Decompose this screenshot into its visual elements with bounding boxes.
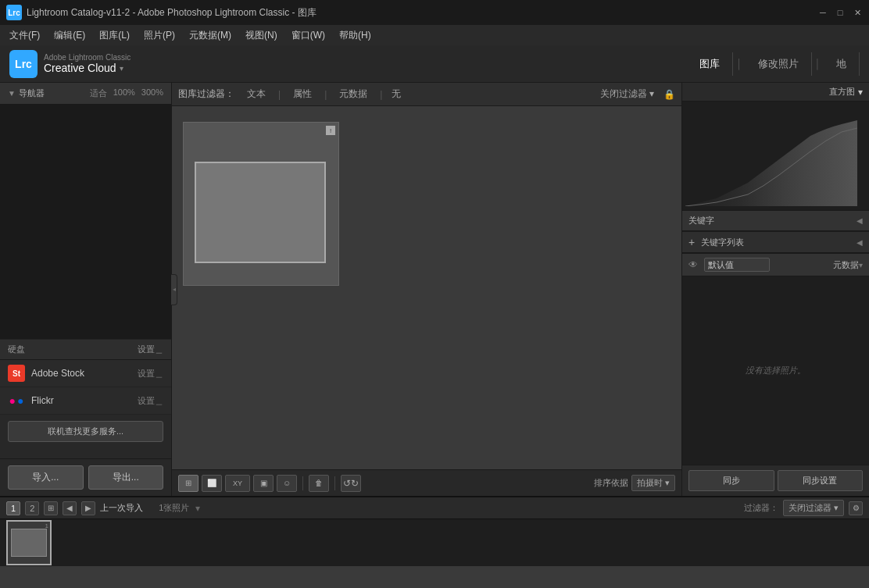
- keyword-add-button[interactable]: +: [688, 236, 695, 248]
- photo-grid[interactable]: !: [172, 106, 681, 469]
- navigator-title: 导航器: [19, 87, 45, 99]
- filmstrip-filter-close-button[interactable]: 关闭过滤器 ▾: [783, 500, 844, 516]
- close-button[interactable]: ✕: [852, 7, 863, 18]
- import-button[interactable]: 导入...: [8, 465, 84, 490]
- filmstrip-source-1[interactable]: 1: [6, 501, 20, 515]
- flickr-settings[interactable]: 设置＿: [138, 395, 163, 407]
- metadata-header: 👁 默认值 元数据 ▾: [682, 254, 869, 276]
- filter-meta[interactable]: 元数据: [336, 86, 370, 102]
- zoom-300[interactable]: 300%: [141, 87, 163, 99]
- metadata-bottom-buttons: 同步 同步设置: [682, 465, 869, 496]
- menu-photo[interactable]: 照片(P): [138, 27, 181, 45]
- filmstrip-photo-count: 1张照片: [159, 502, 189, 514]
- filter-lock-icon[interactable]: 🔒: [663, 89, 675, 100]
- filmstrip-photo-num-1: 1: [45, 522, 48, 529]
- tab-develop[interactable]: 修改照片: [746, 52, 812, 76]
- metadata-arrow-icon[interactable]: ▾: [859, 261, 863, 269]
- menu-library[interactable]: 图库(L): [93, 27, 136, 45]
- menubar: 文件(F) 编辑(E) 图库(L) 照片(P) 元数据(M) 视图(N) 窗口(…: [0, 25, 869, 45]
- flickr-name: Flickr: [31, 395, 138, 406]
- filmstrip-photo-1[interactable]: 1: [6, 520, 52, 565]
- window-controls: ─ □ ✕: [817, 7, 863, 18]
- histogram-header: 直方图 ▾: [682, 83, 869, 102]
- menu-file[interactable]: 文件(F): [3, 27, 46, 45]
- logo-text-area: Adobe Lightroom Classic Creative Cloud ▾: [44, 53, 131, 74]
- metadata-title: 元数据: [833, 259, 859, 271]
- tab-library[interactable]: 图库: [687, 52, 733, 76]
- keywords-header[interactable]: 关键字 ◀: [682, 211, 869, 231]
- keyword-list-title: 关键字列表: [701, 237, 856, 248]
- menu-window[interactable]: 窗口(W): [285, 27, 331, 45]
- titlebar: Lrc Lightroom Catalog-v11-2 - Adobe Phot…: [0, 0, 869, 25]
- filter-attr[interactable]: 属性: [290, 86, 315, 102]
- right-panel: 直方图 ▾ 关键字: [681, 83, 869, 496]
- filmstrip-source-title[interactable]: 上一次导入: [100, 502, 143, 514]
- sync-button[interactable]: 同步: [688, 470, 774, 491]
- service-flickr[interactable]: ● ● Flickr 设置＿: [0, 387, 171, 415]
- menu-help[interactable]: 帮助(H): [333, 27, 377, 45]
- filter-none[interactable]: 无: [392, 87, 401, 101]
- metadata-preset-select[interactable]: 默认值: [704, 258, 770, 272]
- export-button[interactable]: 导出...: [88, 465, 164, 490]
- adobe-stock-name: Adobe Stock: [31, 368, 138, 379]
- sort-dropdown-arrow-icon: ▾: [665, 478, 670, 488]
- metadata-eye-icon[interactable]: 👁: [688, 259, 698, 270]
- keyword-list-arrow-icon[interactable]: ◀: [856, 238, 863, 247]
- menu-metadata[interactable]: 元数据(M): [183, 27, 238, 45]
- filmstrip-filter-settings-icon[interactable]: ⚙: [849, 501, 863, 515]
- metadata-content: 没有选择照片。: [682, 276, 869, 465]
- rotate-button[interactable]: ↺↻: [341, 475, 361, 492]
- tab-map[interactable]: 地: [824, 52, 860, 76]
- logo-title[interactable]: Creative Cloud ▾: [44, 62, 131, 74]
- maximize-button[interactable]: □: [835, 7, 846, 18]
- navigator-preview: [0, 105, 171, 339]
- nav-tabs: 图库 │ 修改照片 │ 地: [687, 52, 860, 76]
- sync-settings-button[interactable]: 同步设置: [778, 470, 864, 491]
- left-panel-collapse-handle[interactable]: ◂: [171, 274, 177, 305]
- logo-subtitle: Adobe Lightroom Classic: [44, 53, 131, 62]
- delete-button[interactable]: 🗑: [309, 475, 329, 492]
- logo-dropdown-arrow-icon[interactable]: ▾: [120, 64, 123, 73]
- services-section-label: 硬盘 设置＿: [0, 339, 171, 360]
- zoom-fit[interactable]: 适合: [90, 87, 107, 99]
- minimize-button[interactable]: ─: [817, 7, 828, 18]
- histogram-title: 直方图: [829, 86, 855, 98]
- compare-view-button[interactable]: XY: [225, 475, 250, 492]
- metadata-empty-text: 没有选择照片。: [746, 365, 806, 376]
- histogram-chart: [685, 105, 857, 206]
- zoom-100[interactable]: 100%: [113, 87, 135, 99]
- filmstrip-filter-label: 过滤器：: [744, 502, 778, 514]
- grid-view-button[interactable]: ⊞: [178, 475, 198, 492]
- filmstrip-filter-dropdown-icon: ▾: [834, 503, 839, 513]
- histogram-arrow-icon[interactable]: ▾: [858, 87, 863, 98]
- photo-flag-icon: !: [326, 126, 335, 135]
- toolbar-bottom: ⊞ ⬜ XY ▣ ☺ 🗑 ↺↻ 排序依据 拍摄时 ▾: [172, 469, 681, 496]
- photo-cell[interactable]: !: [183, 122, 339, 286]
- filmstrip-source-2[interactable]: 2: [25, 501, 39, 515]
- sort-value: 拍摄时: [637, 477, 663, 489]
- sort-area: 排序依据 拍摄时 ▾: [594, 475, 675, 491]
- filmstrip-photos: 1: [0, 519, 869, 566]
- navigator-collapse-arrow-icon[interactable]: ▼: [8, 89, 16, 98]
- filter-text[interactable]: 文本: [244, 86, 269, 102]
- people-view-button[interactable]: ☺: [277, 475, 297, 492]
- sort-dropdown-button[interactable]: 拍摄时 ▾: [631, 475, 675, 491]
- filter-close-btn[interactable]: 关闭过滤器 ▾: [600, 87, 654, 101]
- filmstrip-prev-button[interactable]: ◀: [63, 501, 77, 515]
- filter-bar: 图库过滤器： 文本 | 属性 | 元数据 | 无 关闭过滤器 ▾ 🔒: [172, 83, 681, 106]
- survey-view-button[interactable]: ▣: [253, 475, 274, 492]
- adobe-stock-settings[interactable]: 设置＿: [138, 368, 163, 380]
- keyword-list-header: + 关键字列表 ◀: [682, 232, 869, 253]
- navigator-header: ▼ 导航器 适合 100% 300%: [0, 83, 171, 105]
- loupe-view-button[interactable]: ⬜: [202, 475, 222, 492]
- filter-bar-label: 图库过滤器：: [178, 87, 234, 101]
- sort-label: 排序依据: [594, 477, 628, 489]
- center-panel: 图库过滤器： 文本 | 属性 | 元数据 | 无 关闭过滤器 ▾ 🔒 ! ⊞ ⬜…: [172, 83, 681, 496]
- service-adobe-stock[interactable]: St Adobe Stock 设置＿: [0, 360, 171, 387]
- toolbar-separator: [302, 476, 303, 490]
- filmstrip-grid-icon[interactable]: ⊞: [44, 501, 58, 515]
- filmstrip-next-button[interactable]: ▶: [81, 501, 95, 515]
- menu-edit[interactable]: 编辑(E): [48, 27, 91, 45]
- find-services-btn[interactable]: 联机查找更多服务...: [8, 421, 163, 442]
- menu-view[interactable]: 视图(N): [239, 27, 284, 45]
